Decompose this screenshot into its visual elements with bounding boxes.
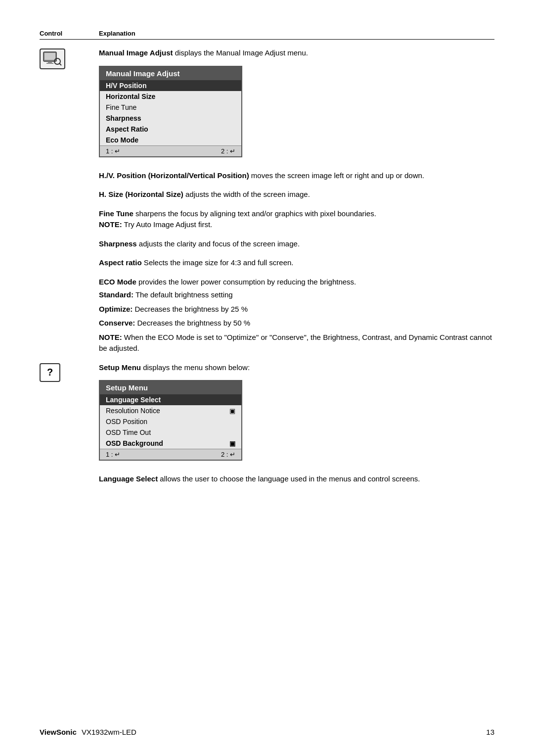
sharpness-bold: Sharpness: [99, 239, 137, 248]
menu-item-language-select[interactable]: Language Select: [100, 394, 241, 405]
svg-rect-1: [44, 53, 55, 60]
eco-standard: Standard: The default brightness setting: [99, 289, 494, 301]
setup-menu-icon: ?: [40, 363, 60, 382]
eco-optimize-bold: Optimize:: [99, 305, 133, 313]
eco-mode-text: provides the lower power consumption by …: [136, 278, 356, 286]
manual-image-adjust-intro-bold: Manual Image Adjust: [99, 48, 173, 57]
menu-item-aspect-ratio[interactable]: Aspect Ratio: [100, 124, 241, 135]
eco-note-bold: NOTE:: [99, 333, 122, 341]
eco-mode-bold: ECO Mode: [99, 278, 136, 286]
menu-item-osd-position[interactable]: OSD Position: [100, 416, 241, 427]
h-size-bold: H. Size (Horizontal Size): [99, 190, 183, 198]
hv-position-bold: H./V. Position (Horizontal/Vertical Posi…: [99, 171, 249, 180]
fine-tune-text: sharpens the focus by aligning text and/…: [134, 209, 376, 218]
setup-menu-text: Setup Menu displays the menu shown below…: [99, 362, 494, 465]
footer-1-label: 1 : ↵: [106, 147, 120, 155]
fine-tune-note-bold: NOTE:: [99, 220, 122, 229]
manual-image-adjust-section: Manual Image Adjust displays the Manual …: [40, 47, 494, 161]
monitor-magnifier-svg: [43, 51, 62, 66]
language-select-bold: Language Select: [99, 474, 158, 483]
eco-note: NOTE: When the ECO Mode is set to "Optim…: [99, 332, 494, 354]
sharpness-text: adjusts the clarity and focus of the scr…: [137, 239, 300, 248]
manual-image-adjust-intro: Manual Image Adjust displays the Manual …: [99, 47, 494, 59]
eco-standard-bold: Standard:: [99, 290, 134, 299]
setup-menu-section: ? Setup Menu displays the menu shown bel…: [40, 362, 494, 465]
fine-tune-bold: Fine Tune: [99, 209, 134, 218]
header-explanation-label: Explanation: [99, 30, 135, 37]
fine-tune-para: Fine Tune sharpens the focus by aligning…: [99, 208, 494, 231]
footer-page-number: 13: [486, 728, 494, 736]
manual-image-adjust-menu: Manual Image Adjust H/V Position Horizon…: [99, 66, 242, 157]
osd-background-check: ▣: [229, 440, 235, 447]
sharpness-para: Sharpness adjusts the clarity and focus …: [99, 238, 494, 250]
aspect-ratio-bold: Aspect ratio: [99, 258, 142, 267]
resolution-notice-check: ▣: [229, 407, 235, 415]
manual-image-adjust-text: Manual Image Adjust displays the Manual …: [99, 47, 494, 161]
language-select-para: Language Select allows the user to choos…: [99, 473, 494, 485]
menu-item-sharpness[interactable]: Sharpness: [100, 113, 241, 124]
setup-menu-intro: Setup Menu displays the menu shown below…: [99, 362, 494, 374]
menu-item-osd-background[interactable]: OSD Background ▣: [100, 438, 241, 449]
eco-conserve: Conserve: Decreases the brightness by 50…: [99, 318, 494, 329]
aspect-ratio-text: Selects the image size for 4:3 and full …: [142, 258, 294, 267]
menu-item-eco-mode[interactable]: Eco Mode: [100, 135, 241, 145]
menu-item-resolution-notice[interactable]: Resolution Notice ▣: [100, 405, 241, 416]
menu-item-osd-timeout[interactable]: OSD Time Out: [100, 427, 241, 438]
aspect-ratio-para: Aspect ratio Selects the image size for …: [99, 257, 494, 269]
h-size-para: H. Size (Horizontal Size) adjusts the wi…: [99, 189, 494, 200]
language-select-text: allows the user to choose the language u…: [158, 474, 420, 483]
h-size-text: adjusts the width of the screen image.: [183, 190, 310, 198]
manual-image-adjust-menu-footer: 1 : ↵ 2 : ↵: [100, 145, 241, 156]
resolution-notice-label: Resolution Notice: [106, 407, 160, 415]
setup-menu-box: Setup Menu Language Select Resolution No…: [99, 380, 242, 461]
eco-note-text: When the ECO Mode is set to "Optimize" o…: [99, 333, 492, 353]
page-footer: ViewSonic VX1932wm-LED 13: [40, 728, 494, 736]
fine-tune-note: NOTE: Try Auto Image Adjust first.: [99, 219, 494, 231]
svg-rect-2: [48, 61, 52, 63]
page: Control Explanation Manual: [0, 0, 534, 756]
eco-mode-main: ECO Mode provides the lower power consum…: [99, 277, 494, 288]
menu-item-hv-position[interactable]: H/V Position: [100, 80, 241, 91]
menu-item-fine-tune[interactable]: Fine Tune: [100, 102, 241, 113]
setup-menu-icon-cell: ?: [40, 362, 99, 382]
footer-brand: ViewSonic: [40, 728, 77, 736]
osd-background-label: OSD Background: [106, 439, 163, 447]
manual-image-adjust-menu-title: Manual Image Adjust: [100, 67, 241, 80]
footer-btn-2: 2 : ↵: [221, 147, 235, 155]
footer-model: VX1932wm-LED: [82, 728, 136, 736]
setup-menu-intro-text: displays the menu shown below:: [141, 363, 250, 372]
footer-2-label: 2 : ↵: [221, 147, 235, 155]
eco-optimize: Optimize: Decreases the brightness by 25…: [99, 304, 494, 315]
svg-line-5: [60, 64, 62, 66]
header-control-label: Control: [40, 30, 99, 37]
fine-tune-main: Fine Tune sharpens the focus by aligning…: [99, 208, 494, 220]
manual-image-adjust-icon: [40, 48, 65, 69]
question-mark: ?: [47, 367, 53, 378]
eco-optimize-text: Decreases the brightness by 25 %: [133, 305, 248, 313]
fine-tune-note-text: Try Auto Image Adjust first.: [122, 220, 213, 229]
setup-menu-intro-bold: Setup Menu: [99, 363, 141, 372]
svg-rect-3: [46, 63, 53, 64]
footer-brand-model: ViewSonic VX1932wm-LED: [40, 728, 136, 736]
setup-footer-btn-2: 2 : ↵: [221, 451, 235, 458]
menu-item-horizontal-size[interactable]: Horizontal Size: [100, 91, 241, 102]
eco-conserve-text: Decreases the brightness by 50 %: [135, 319, 250, 327]
setup-menu-footer: 1 : ↵ 2 : ↵: [100, 449, 241, 460]
manual-image-adjust-intro-text: displays the Manual Image Adjust menu.: [173, 48, 308, 57]
hv-position-para: H./V. Position (Horizontal/Vertical Posi…: [99, 170, 494, 182]
eco-standard-text: The default brightness setting: [134, 290, 233, 299]
setup-footer-btn-1: 1 : ↵: [106, 451, 120, 458]
hv-position-text: moves the screen image left or right and…: [249, 171, 424, 180]
eco-conserve-bold: Conserve:: [99, 319, 135, 327]
eco-mode-para: ECO Mode provides the lower power consum…: [99, 277, 494, 354]
setup-menu-title: Setup Menu: [100, 381, 241, 394]
table-header: Control Explanation: [40, 30, 494, 40]
manual-image-adjust-icon-cell: [40, 47, 99, 69]
footer-btn-1: 1 : ↵: [106, 147, 120, 155]
